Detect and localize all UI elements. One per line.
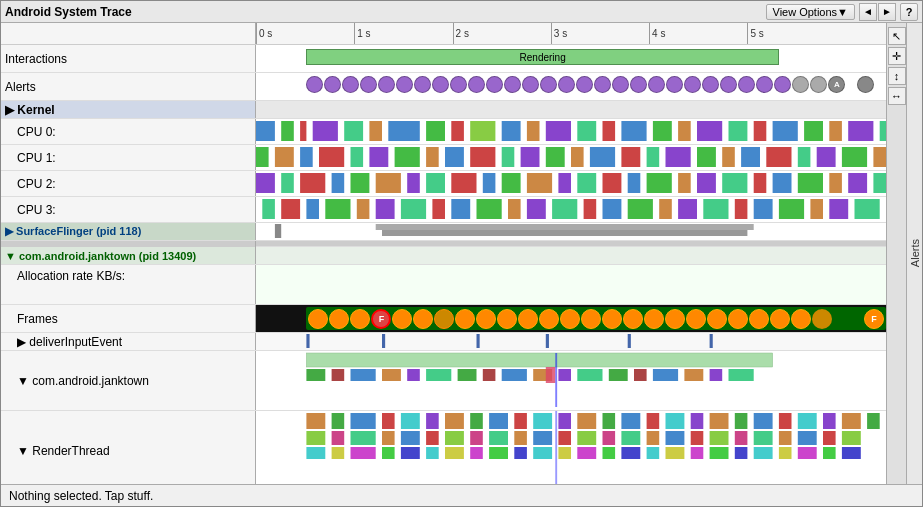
frame-circle[interactable] [707,309,727,329]
kernel-content[interactable] [256,101,886,118]
frame-circle[interactable] [623,309,643,329]
frame-circle[interactable] [350,309,370,329]
frame-circle[interactable] [329,309,349,329]
help-button[interactable]: ? [900,3,918,21]
janktown-content[interactable] [256,247,886,264]
surfaceflinger-label[interactable]: ▶ SurfaceFlinger (pid 118) [1,223,256,240]
nav-left-button[interactable]: ◄ [859,3,877,21]
frame-circle-f[interactable]: F [371,309,391,329]
cpu3-content[interactable] [256,197,886,222]
alert-circle[interactable] [486,76,503,93]
alert-circle[interactable] [540,76,557,93]
svg-rect-150 [666,413,685,429]
frame-circle-f2[interactable]: F [864,309,884,329]
frame-circle[interactable] [686,309,706,329]
alerts-content[interactable]: A [256,73,886,100]
cpu1-content[interactable] [256,145,886,170]
frame-circle[interactable] [539,309,559,329]
ruler-right: 0 s 1 s 2 s 3 s 4 s 5 s [256,23,886,44]
alert-circle[interactable] [702,76,719,93]
android-label[interactable]: ▼ com.android.janktown [1,351,256,410]
svg-rect-208 [823,447,836,459]
alert-circle[interactable] [666,76,683,93]
view-options-button[interactable]: View Options▼ [766,4,856,20]
alert-circle[interactable] [396,76,413,93]
frame-circle[interactable] [560,309,580,329]
frame-circle[interactable] [644,309,664,329]
select-tool-button[interactable]: ↖ [888,27,906,45]
rendering-track[interactable]: Rendering [306,49,779,65]
alert-circle[interactable] [810,76,827,93]
interactions-content[interactable]: Rendering [256,45,886,72]
renderthread-label[interactable]: ▼ RenderThread [1,411,256,484]
alert-circle[interactable] [468,76,485,93]
frame-circle[interactable] [728,309,748,329]
alert-circle-dark[interactable] [857,76,874,93]
renderthread-track [256,411,886,484]
frames-content[interactable]: F [256,305,886,332]
deliver-content[interactable] [256,333,886,350]
frame-circle[interactable] [455,309,475,329]
alert-circle[interactable] [684,76,701,93]
alert-circle[interactable] [504,76,521,93]
move-tool-button[interactable]: ✛ [888,47,906,65]
alert-circle[interactable] [756,76,773,93]
frame-circle[interactable] [791,309,811,329]
alert-circle[interactable] [558,76,575,93]
frame-circle[interactable] [434,309,454,329]
alert-circle[interactable] [414,76,431,93]
alert-circle[interactable] [792,76,809,93]
janktown-label[interactable]: ▼ com.android.janktown (pid 13409) [1,247,256,264]
alert-circle-a[interactable]: A [828,76,845,93]
android-content[interactable] [256,351,886,410]
svg-rect-44 [697,147,716,167]
trace-rows[interactable]: Interactions Rendering Alerts [1,45,886,484]
frame-circle[interactable] [812,309,832,329]
frame-circle[interactable] [392,309,412,329]
alert-circle[interactable] [720,76,737,93]
svg-rect-107 [306,334,309,348]
alert-circle[interactable] [378,76,395,93]
deliver-label[interactable]: ▶ deliverInputEvent [1,333,256,350]
alert-circle[interactable] [648,76,665,93]
frame-circle[interactable] [602,309,622,329]
zoom-out-button[interactable]: ↔ [888,87,906,105]
frame-circle[interactable] [665,309,685,329]
alert-circle[interactable] [612,76,629,93]
nav-right-button[interactable]: ► [878,3,896,21]
svg-rect-34 [445,147,464,167]
frame-circle[interactable] [749,309,769,329]
frame-circle[interactable] [770,309,790,329]
cpu0-content[interactable] [256,119,886,144]
frame-circle[interactable] [518,309,538,329]
alert-circle[interactable] [576,76,593,93]
cpu2-content[interactable] [256,171,886,196]
svg-rect-26 [256,147,269,167]
alert-circle[interactable] [324,76,341,93]
alert-circle[interactable] [306,76,323,93]
svg-rect-167 [470,431,483,445]
alert-circle[interactable] [774,76,791,93]
svg-rect-35 [470,147,495,167]
zoom-in-button[interactable]: ↕ [888,67,906,85]
frame-circle[interactable] [581,309,601,329]
svg-rect-130 [710,369,723,381]
allocation-content[interactable] [256,265,886,304]
kernel-label[interactable]: ▶ Kernel [1,101,256,118]
frame-circle[interactable] [413,309,433,329]
frame-circle[interactable] [308,309,328,329]
alert-circle[interactable] [342,76,359,93]
alert-circle[interactable] [630,76,647,93]
svg-rect-156 [798,413,817,429]
surfaceflinger-content[interactable] [256,223,886,240]
alert-circle[interactable] [432,76,449,93]
frame-circle[interactable] [497,309,517,329]
alert-circle[interactable] [450,76,467,93]
alert-circle[interactable] [594,76,611,93]
renderthread-content[interactable] [256,411,886,484]
frame-circle[interactable] [476,309,496,329]
alert-circle[interactable] [738,76,755,93]
alert-circle[interactable] [522,76,539,93]
alert-circle[interactable] [360,76,377,93]
svg-rect-191 [445,447,464,459]
